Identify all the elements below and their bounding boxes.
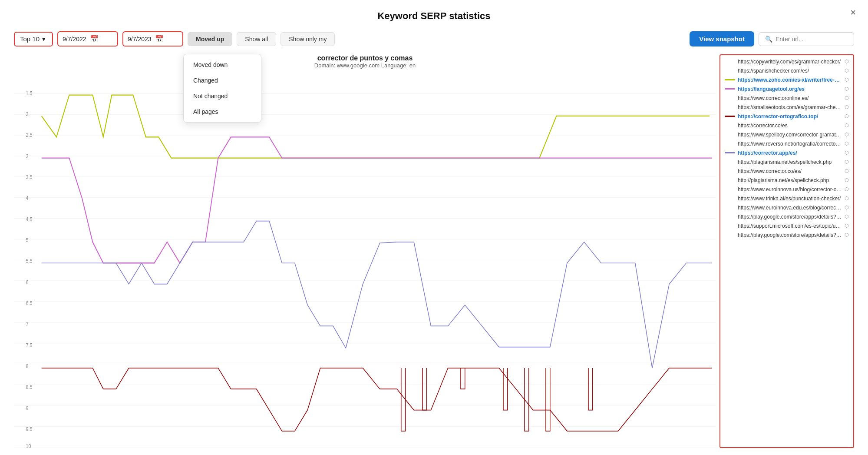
url-list-item[interactable]: https://play.google.com/store/apps/detai… [720,212,853,221]
url-list-item[interactable]: https://corrector.app/es/⬡ [720,148,853,157]
url-text: https://corrector.co/es [738,123,842,129]
url-text: https://www.euroinnova.us/blog/corrector… [738,186,842,193]
url-list-item[interactable]: https://languagetool.org/es⬡ [720,84,853,93]
url-text: http://plagiarisma.net/es/spellcheck.php [738,177,842,183]
url-color-indicator [725,88,735,90]
url-list-item[interactable]: https://spanishchecker.com/es/⬡ [720,66,853,75]
dropdown-item-changed[interactable]: Changed [184,73,261,88]
svg-text:9: 9 [26,405,28,411]
url-list-item[interactable]: https://support.microsoft.com/es-es/topi… [720,221,853,230]
url-text: https://www.spellboy.com/corrector-grama… [738,132,842,138]
external-link-icon[interactable]: ⬡ [845,177,849,183]
url-text: https://corrector.app/es/ [738,150,842,156]
external-link-icon[interactable]: ⬡ [845,232,849,238]
svg-text:3.5: 3.5 [26,174,32,180]
url-list-item[interactable]: https://copywritely.com/es/grammar-check… [720,57,853,66]
url-text: https://play.google.com/store/apps/detai… [738,232,842,238]
url-text: https://www.zoho.com/es-xl/writer/free-g… [738,77,842,83]
url-list-item[interactable]: https://www.spellboy.com/corrector-grama… [720,130,853,139]
top-select[interactable]: Top 10 ▾ [14,32,53,46]
svg-text:9.5: 9.5 [26,426,32,432]
external-link-icon[interactable]: ⬡ [845,104,849,110]
calendar-icon: 📅 [155,35,164,43]
svg-text:10: 10 [26,443,31,448]
external-link-icon[interactable]: ⬡ [845,95,849,101]
close-button[interactable]: × [850,8,856,17]
svg-text:8.5: 8.5 [26,384,32,390]
external-link-icon[interactable]: ⬡ [845,132,849,137]
url-text: https://languagetool.org/es [738,86,842,92]
url-list-item[interactable]: https://corrector.co/es⬡ [720,121,853,130]
url-text: https://spanishchecker.com/es/ [738,68,842,74]
dropdown-item-moved-down[interactable]: Moved down [184,57,261,73]
url-text: https://support.microsoft.com/es-es/topi… [738,223,842,229]
filter-show-only-my-button[interactable]: Show only my [281,32,335,46]
filter-moved-up-button[interactable]: Moved up [188,32,232,46]
svg-text:8: 8 [26,363,28,369]
external-link-icon[interactable]: ⬡ [845,77,849,83]
url-sidebar: https://copywritely.com/es/grammar-check… [719,54,854,448]
url-search-input[interactable] [776,36,848,43]
url-text: https://corrector-ortografico.top/ [738,113,842,120]
url-list-item[interactable]: https://www.reverso.net/ortografia/corre… [720,139,853,148]
url-list-item[interactable]: http://plagiarisma.net/es/spellcheck.php… [720,176,853,185]
url-list-item[interactable]: https://plagiarisma.net/es/spellcheck.ph… [720,157,853,166]
svg-text:7.5: 7.5 [26,342,32,348]
url-list-item[interactable]: https://www.euroinnova.edu.es/blog/corre… [720,203,853,212]
external-link-icon[interactable]: ⬡ [845,150,849,156]
svg-text:4.5: 4.5 [26,216,32,222]
external-link-icon[interactable]: ⬡ [845,123,849,128]
chart-subtitle: corrector de puntos y comas Domain: www.… [14,54,716,69]
chevron-down-icon: ▾ [42,35,46,43]
svg-text:6.5: 6.5 [26,300,32,306]
url-text: https://www.trinka.ai/es/punctuation-che… [738,196,842,202]
external-link-icon[interactable]: ⬡ [845,68,849,73]
filter-show-all-button[interactable]: Show all [237,32,276,46]
external-link-icon[interactable]: ⬡ [845,141,849,146]
date-start-value: 9/7/2022 [63,36,86,43]
external-link-icon[interactable]: ⬡ [845,86,849,92]
url-list-item[interactable]: https://www.zoho.com/es-xl/writer/free-g… [720,75,853,84]
keyword-title: corrector de puntos y comas [14,54,716,62]
dropdown-item-all-pages[interactable]: All pages [184,104,261,120]
date-start-input[interactable]: 9/7/2022 📅 [57,31,118,46]
external-link-icon[interactable]: ⬡ [845,205,849,210]
external-link-icon[interactable]: ⬡ [845,214,849,219]
filter-dropdown: Moved down Changed Not changed All pages [183,54,261,123]
external-link-icon[interactable]: ⬡ [845,223,849,229]
top-select-label: Top 10 [20,35,40,43]
url-list-item[interactable]: https://www.corrector.co/es/⬡ [720,166,853,176]
keyword-domain: Domain: www.google.com Language: en [14,62,716,69]
view-snapshot-button[interactable]: View snapshot [690,31,754,46]
url-color-indicator [725,79,735,80]
svg-text:1.5: 1.5 [26,90,32,96]
date-end-input[interactable]: 9/7/2023 📅 [122,31,183,46]
external-link-icon[interactable]: ⬡ [845,159,849,165]
dropdown-item-not-changed[interactable]: Not changed [184,88,261,104]
svg-text:2: 2 [26,111,28,117]
search-icon: 🔍 [765,36,772,43]
svg-text:2.5: 2.5 [26,132,32,138]
url-list-item[interactable]: https://smallseotools.com/es/grammar-che… [720,103,853,112]
url-search-box[interactable]: 🔍 [759,32,854,46]
url-text: https://www.corrector.co/es/ [738,168,842,174]
url-list-item[interactable]: https://corrector-ortografico.top/⬡ [720,112,853,121]
modal-container: × Keyword SERP statistics Top 10 ▾ 9/7/2… [0,0,868,455]
external-link-icon[interactable]: ⬡ [845,113,849,119]
external-link-icon[interactable]: ⬡ [845,168,849,174]
external-link-icon[interactable]: ⬡ [845,196,849,201]
external-link-icon[interactable]: ⬡ [845,59,849,64]
url-list-item[interactable]: https://www.trinka.ai/es/punctuation-che… [720,194,853,203]
url-list-item[interactable]: https://www.correctoronline.es/⬡ [720,93,853,103]
url-list-item[interactable]: https://play.google.com/store/apps/detai… [720,230,853,239]
chart-wrapper: 1.5 2 2.5 3 3.5 4 4.5 5 5.5 6 6.5 7 7.5 … [14,73,716,448]
main-content: corrector de puntos y comas Domain: www.… [14,54,854,448]
url-text: https://copywritely.com/es/grammar-check… [738,59,842,65]
url-list-item[interactable]: https://www.euroinnova.us/blog/corrector… [720,185,853,194]
external-link-icon[interactable]: ⬡ [845,186,849,192]
svg-text:5: 5 [26,237,28,243]
url-text: https://www.reverso.net/ortografia/corre… [738,141,842,147]
url-text: https://play.google.com/store/apps/detai… [738,214,842,220]
svg-text:7: 7 [26,321,28,327]
url-color-indicator [725,152,735,153]
